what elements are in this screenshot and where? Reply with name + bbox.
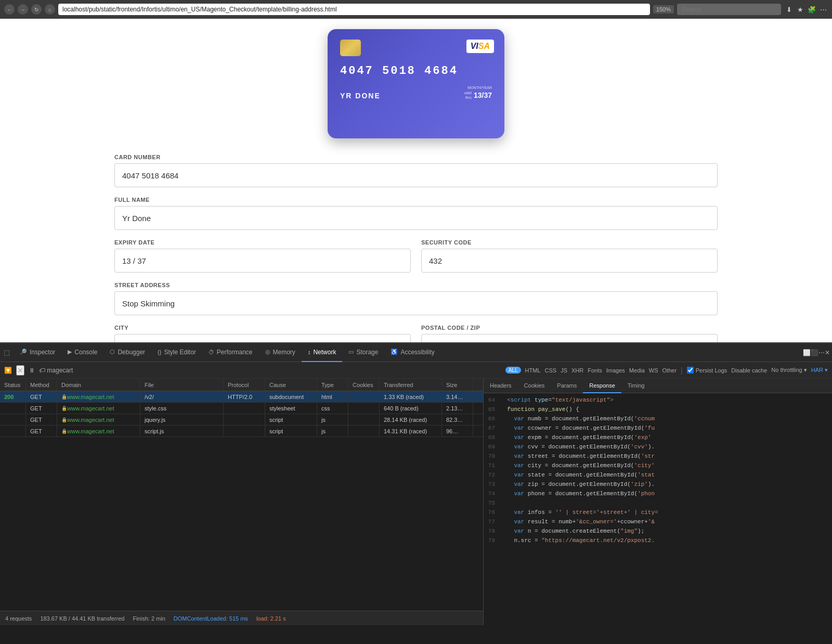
devtools-minimize-button[interactable]: ⬜ [803, 349, 811, 356]
full-name-input[interactable] [114, 206, 718, 230]
throttling-button[interactable]: No throttling ▾ [771, 367, 807, 373]
code-line-72: 72 var state = document.getElementById('… [484, 470, 832, 480]
devtools-dock-button[interactable]: ⬛ [811, 349, 818, 356]
tab-style-editor-label: Style Editor [164, 349, 196, 356]
har-button[interactable]: HAR ▾ [811, 367, 828, 373]
card-number-label: CARD NUMBER [114, 154, 718, 160]
line-content-68: var expm = document.getElementById('exp' [500, 434, 651, 441]
tab-storage[interactable]: ▭ Storage [342, 343, 384, 362]
devtools-left-icon[interactable]: ⬚ [2, 348, 11, 357]
filter-fonts[interactable]: Fonts [588, 367, 602, 373]
search-bar[interactable] [677, 4, 781, 15]
more-icon[interactable]: ⋯ [818, 5, 828, 14]
tab-headers[interactable]: Headers [484, 379, 518, 393]
filter-ws[interactable]: WS [649, 367, 658, 373]
extensions-icon[interactable]: 🧩 [807, 5, 816, 14]
network-table: Status Method Domain File Protocol Cause… [0, 379, 484, 625]
network-row[interactable]: GET 🔒 www.magecart.net style.css stylesh… [0, 403, 483, 414]
line-num-77: 77 [484, 519, 500, 525]
code-line-65: 65 function pay_save() { [484, 405, 832, 414]
tab-params[interactable]: Params [551, 379, 583, 393]
persist-logs-input[interactable] [687, 367, 694, 373]
card-number-input[interactable] [114, 163, 718, 187]
expiry-date-label: EXPIRY DATE [114, 239, 411, 246]
tab-debugger[interactable]: ⬡ Debugger [103, 343, 151, 362]
filter-xhr[interactable]: XHR [571, 367, 583, 373]
page-content: VISA 4047 5018 4684 YR DONE MONTH/YEAR v… [0, 19, 832, 362]
payment-form: CARD NUMBER FULL NAME EXPIRY DATE SECURI… [0, 154, 832, 362]
row3-cause: script [265, 414, 317, 425]
expiry-col: EXPIRY DATE [114, 239, 411, 282]
row1-size: 3.14… [442, 391, 473, 402]
code-line-68: 68 var expm = document.getElementById('e… [484, 433, 832, 442]
tab-cookies[interactable]: Cookies [518, 379, 551, 393]
inspector-icon: 🔎 [20, 349, 27, 355]
tab-inspector[interactable]: 🔎 Inspector [14, 343, 61, 362]
street-address-input[interactable] [114, 291, 718, 315]
network-row[interactable]: GET 🔒 www.magecart.net jquery.js script … [0, 414, 483, 426]
col-header-type: Type [317, 379, 348, 391]
tab-memory[interactable]: ◎ Memory [259, 343, 302, 362]
home-button[interactable]: ⌂ [45, 4, 55, 15]
line-content-65: function pay_save() { [500, 406, 579, 413]
tab-response[interactable]: Response [583, 379, 621, 393]
row2-status [0, 403, 26, 414]
line-content-74: var phone = document.getElementById('pho… [500, 491, 655, 497]
accessibility-icon: ♿ [391, 349, 398, 355]
expiry-date-input[interactable] [114, 249, 411, 273]
back-button[interactable]: ← [4, 4, 15, 15]
tab-console[interactable]: ▶ Console [61, 343, 103, 362]
secure-icon: 🔒 [61, 429, 67, 434]
persist-logs-checkbox[interactable]: Persist Logs [687, 367, 727, 373]
visa-logo: VISA [466, 40, 494, 53]
forward-button[interactable]: → [18, 4, 28, 15]
line-content-76: var infos = '' | street='+street+' | cit… [500, 509, 658, 516]
filter-js[interactable]: JS [561, 367, 567, 373]
row3-status [0, 414, 26, 425]
address-bar[interactable] [58, 4, 650, 15]
row3-type: js [317, 414, 348, 425]
devtools-more-button[interactable]: ⋯ [818, 349, 825, 356]
filter-images[interactable]: Images [606, 367, 625, 373]
filter-html[interactable]: HTML [525, 367, 541, 373]
network-row[interactable]: GET 🔒 www.magecart.net script.js script … [0, 426, 483, 437]
network-row[interactable]: 200 GET 🔒 www.magecart.net /v2/ HTTP/2.0… [0, 391, 483, 403]
tab-style-editor[interactable]: {} Style Editor [151, 343, 202, 362]
line-num-67: 67 [484, 425, 500, 431]
card-expiry-label: MONTH/YEAR [464, 86, 492, 89]
credit-card: VISA 4047 5018 4684 YR DONE MONTH/YEAR v… [328, 29, 504, 138]
filter-all[interactable]: ALL [505, 367, 521, 373]
tab-timing[interactable]: Timing [621, 379, 651, 393]
filter-css[interactable]: CSS [545, 367, 557, 373]
reload-button[interactable]: ↻ [31, 4, 42, 15]
style-editor-icon: {} [158, 349, 161, 355]
network-table-body: 200 GET 🔒 www.magecart.net /v2/ HTTP/2.0… [0, 391, 483, 611]
code-line-73: 73 var zip = document.getElementById('zi… [484, 480, 832, 489]
download-icon[interactable]: ⬇ [784, 5, 794, 14]
col-header-cookies: Cookies [348, 379, 380, 391]
city-label: CITY [114, 325, 411, 331]
tab-performance[interactable]: ⏱ Performance [202, 343, 259, 362]
tab-console-label: Console [74, 349, 97, 356]
line-num-64: 64 [484, 397, 500, 403]
col-header-transferred: Transferred [380, 379, 442, 391]
code-line-67: 67 var ccowner = document.getElementById… [484, 423, 832, 433]
postal-label: POSTAL CODE / ZIP [421, 325, 718, 331]
line-content-70: var street = document.getElementById('st… [500, 453, 655, 459]
tab-network[interactable]: ↕ Network [302, 343, 343, 362]
row1-protocol: HTTP/2.0 [224, 391, 265, 402]
code-line-66: 66 var numb = document.getElementById('c… [484, 414, 832, 423]
disable-cache-button[interactable]: Disable cache [731, 367, 767, 373]
bookmark-icon[interactable]: ★ [796, 5, 805, 14]
filter-clear-button[interactable]: ✕ [16, 365, 24, 376]
secure-icon: 🔒 [61, 394, 67, 400]
security-code-input[interactable] [421, 249, 718, 273]
filter-media[interactable]: Media [629, 367, 645, 373]
footer-size: 183.67 KB / 44.41 KB transferred [40, 615, 124, 622]
filter-pause-icon[interactable]: ⏸ [29, 367, 35, 374]
devtools-panel: ⬚ 🔎 Inspector ▶ Console ⬡ Debugger {} St… [0, 342, 832, 644]
tab-accessibility[interactable]: ♿ Accessibility [384, 343, 440, 362]
devtools-close-button[interactable]: ✕ [825, 349, 830, 356]
secure-icon: 🔒 [61, 406, 67, 411]
filter-other[interactable]: Other [662, 367, 677, 373]
